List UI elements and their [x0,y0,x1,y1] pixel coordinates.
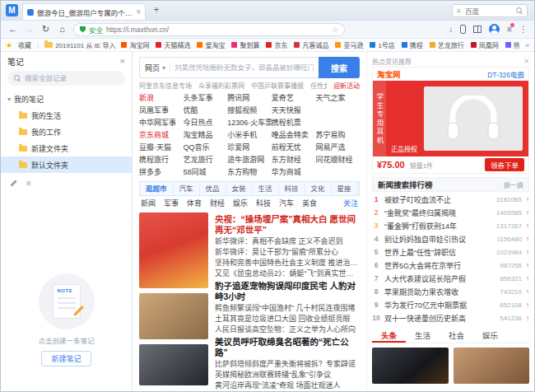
bookmarks-overflow-icon[interactable]: » [525,41,529,49]
ranking-row[interactable]: 4 别让妈妈独自带娃引热议 1156480 ↑ [372,232,529,245]
ad-cta-button[interactable]: 领券下单 [485,158,524,171]
site-link[interactable]: 前程无忧 [272,142,316,154]
site-link[interactable]: 58同城 [184,166,228,179]
chevron-down-icon[interactable]: ▾ [7,96,11,103]
site-link[interactable]: 优酷 [184,105,228,117]
ranking-more-link[interactable]: 换一换 [504,180,523,189]
portal-search-input[interactable] [174,63,314,72]
ad-banner[interactable]: 淘宝网 DT-326电霸 学生专用耳机 正品授权 ¥75.00 [372,67,529,174]
category-link[interactable]: 汽车 [174,182,200,195]
site-link[interactable]: 唯品会特卖 [272,129,316,142]
site-link[interactable]: 腾讯网 [227,92,272,105]
ranking-row[interactable]: 10 双十一快递量创历史新高 541236 ↑ [372,311,529,324]
notes-tree-root[interactable]: ▾ 我的笔记 [1,91,132,107]
rank-title-text[interactable]: 别让妈妈独自带娃引热议 [384,234,492,245]
rank-title-text[interactable]: 双十一快递量创历史新高 [384,313,495,324]
url-text[interactable]: https://i.maxthon.cn/ [106,26,328,34]
new-note-button[interactable]: 新建笔记 [41,351,91,366]
new-tab-button[interactable]: + [149,2,164,16]
bookmark-item[interactable]: 艺龙旅行 [430,40,464,49]
news-item[interactable]: 新华微评：真相不会缺席 正义不会迟到 [215,236,360,247]
favorite-star-icon[interactable]: ☆ [332,26,338,34]
refresh-icon[interactable]: ↻ [40,25,51,34]
rank-title-text[interactable]: 人大代表建议延长陪产假 [384,273,495,284]
news-tab[interactable]: 娱乐 [233,198,248,208]
news-tab[interactable]: 体育 [187,198,202,208]
split-view-icon[interactable] [473,26,482,33]
rank-title-text[interactable]: “金靴奖”最终归属揭晓 [384,208,492,218]
site-link[interactable]: 天天快报 [272,105,316,117]
site-link[interactable]: 搜狐视频 [227,105,272,117]
bookmark-item[interactable]: 凤凰网 [471,40,499,49]
bottom-thumbnail-person[interactable] [454,348,530,384]
news-item[interactable]: 英媒揭秘欧洲联赛转播“乱象”引争议 [215,370,360,380]
news-item[interactable]: 又见《昆虫总动员2》：蜻蜓“飞”到真实世界第三次 [215,268,360,279]
news-thumbnail-animal[interactable] [139,293,208,339]
news-thumbnail-person[interactable] [139,344,208,385]
site-link[interactable]: 同花顺财经 [315,154,360,166]
rank-title-text[interactable]: 华为发行70亿元中期票据 [384,300,495,310]
notes-search-box[interactable] [7,71,125,86]
news-headline[interactable]: 美议员呼吁取缔臭名昭著的“死亡公路” [215,337,360,358]
ranking-row[interactable]: 7 人大代表建议延长陪产假 856321 ↑ [372,272,529,285]
category-link[interactable]: 女装 [226,182,253,195]
site-link[interactable]: 凤凰军事 [139,105,184,117]
site-link[interactable]: 新浪 [139,92,184,105]
site-link[interactable]: 淘宝精品 [184,129,228,142]
news-tab[interactable]: 科技 [256,198,271,208]
ranking-row[interactable]: 8 苹果期货助力果农增收 743210 ↑ [372,285,529,298]
site-link[interactable]: 途牛旅游网 [227,154,272,166]
bottom-thumbnail-dark[interactable] [372,348,449,384]
news-item[interactable]: 人民日报谈高空坠物：正义之举为人心所向 [215,324,360,335]
ranking-row[interactable]: 9 华为发行70亿元中期票据 652108 ↑ [372,298,529,311]
maxthon-logo-icon[interactable]: M [6,4,18,16]
notes-folder-item[interactable]: 我的工作 [1,124,132,140]
new-note-icon[interactable] [9,179,18,188]
category-link[interactable]: 美食 [358,182,360,195]
site-link[interactable]: 12306·火车票 [227,117,272,129]
site-link[interactable]: 东方财经 [272,154,316,166]
site-link[interactable]: 携程机票 [272,117,316,129]
news-item[interactable]: 土耳其竟是垃圾进口大国 回收业绩挺亮眼 [215,314,360,324]
news-tab[interactable]: 军事 [164,198,179,208]
news-headline[interactable]: 豹子追逐宠物狗误闯印度民宅 人豹对峙3小时 [215,281,360,302]
category-link[interactable]: 科技 [279,182,305,195]
category-link[interactable]: 逛超市 [140,182,174,195]
site-link[interactable]: 苏宁易购 [315,129,360,142]
site-link[interactable]: 头条军事 [184,92,228,105]
ranking-row[interactable]: 2 “金靴奖”最终归属揭晓 1405585 ↑ [372,206,529,219]
site-link[interactable]: 今日热点 [184,117,228,129]
news-item[interactable]: 鳄鱼频繁误闯“中国渔村” 几十村民连夜围堵 [215,303,360,314]
ranking-row[interactable]: 5 世界上最“任性”辞职信 1023984 ↑ [372,245,529,259]
site-link[interactable]: 中华网军事 [139,117,184,129]
url-box[interactable]: 安全 https://i.maxthon.cn/ ☆ [73,23,345,36]
bottom-tab[interactable]: 头条 [372,327,406,343]
news-tab[interactable]: 新闻 [141,198,156,208]
notes-folder-item[interactable]: 默认文件夹 [1,156,132,173]
site-link[interactable] [315,166,360,179]
site-link[interactable] [315,105,360,117]
site-link[interactable]: 网易严选 [315,142,360,154]
ranking-row[interactable]: 3 “董金狮”打假获刑14年 1317267 ↑ [372,219,529,232]
bookmark-folder[interactable]: 20191101 从 IE 导入 [44,40,115,49]
bookmark-item[interactable]: 亚马逊 [335,40,363,49]
top-link[interactable]: 中国乒联赛事播报 [251,81,304,90]
panel-close-icon[interactable]: × [524,56,529,66]
site-link[interactable]: 珍爱网 [227,142,272,154]
bookmark-item[interactable]: 爱淘宝 [197,40,225,49]
notes-search-input[interactable] [25,74,119,82]
download-icon[interactable]: ↓ [449,26,453,34]
bookmark-item[interactable]: 淘宝网 [121,40,149,49]
news-tab[interactable]: 财经 [210,198,225,208]
site-link[interactable]: 华为商城 [272,166,316,179]
rank-title-text[interactable]: 被蚊子叮咬血流不止 [384,194,492,205]
site-link[interactable] [315,117,360,129]
rank-title-text[interactable]: 苹果期货助力果农增收 [384,287,495,297]
top-link[interactable]: 任性女子骑骆驼资讯 [310,81,327,90]
site-link[interactable]: 天气之家 [315,92,360,105]
site-link[interactable]: 拼多多 [139,166,184,179]
news-thumbnail-poster[interactable] [139,212,208,288]
rank-title-text[interactable]: 世界5G大会将在京举行 [384,260,495,271]
category-link[interactable]: 优品 [200,182,226,195]
mobile-sync-icon[interactable] [460,25,466,34]
